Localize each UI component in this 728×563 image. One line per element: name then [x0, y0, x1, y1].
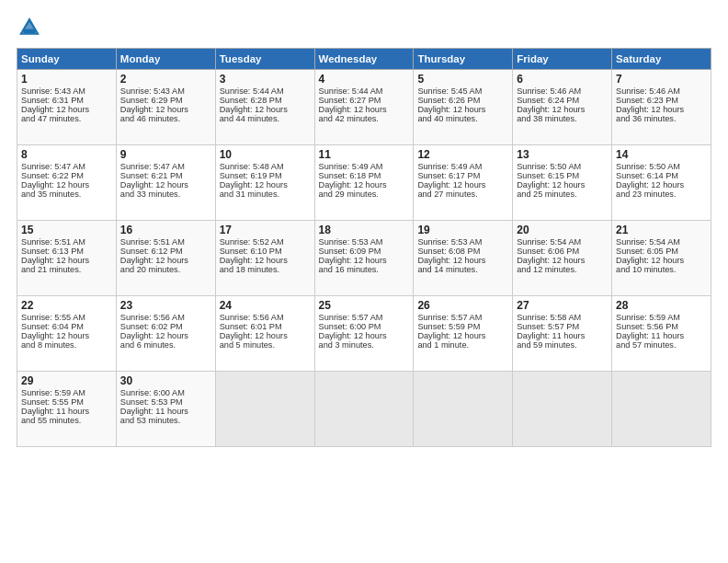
day-info-line: Sunrise: 5:48 AM: [220, 162, 311, 171]
calendar-cell: 30Sunrise: 6:00 AMSunset: 5:53 PMDayligh…: [116, 372, 215, 447]
day-info-line: Sunset: 6:28 PM: [220, 96, 311, 105]
day-info-line: Sunset: 6:17 PM: [417, 171, 508, 180]
day-info-line: Daylight: 12 hours: [616, 180, 707, 190]
day-info-line: Sunrise: 5:49 AM: [417, 162, 508, 171]
day-info-line: and 23 minutes.: [616, 190, 707, 199]
day-number: 21: [616, 224, 707, 236]
day-info-line: and 21 minutes.: [21, 265, 112, 274]
day-info-line: and 10 minutes.: [616, 265, 707, 274]
day-info-line: Daylight: 11 hours: [120, 407, 211, 416]
day-number: 28: [616, 299, 707, 312]
calendar-cell: 3Sunrise: 5:44 AMSunset: 6:28 PMDaylight…: [215, 70, 314, 145]
day-info-line: Sunset: 5:55 PM: [21, 397, 112, 407]
calendar-cell: 2Sunrise: 5:43 AMSunset: 6:29 PMDaylight…: [116, 70, 215, 145]
day-info-line: Sunset: 6:29 PM: [120, 96, 211, 105]
day-info-line: Sunset: 6:18 PM: [319, 171, 410, 180]
day-number: 27: [517, 299, 608, 312]
day-info-line: Sunrise: 5:59 AM: [616, 313, 707, 322]
day-info-line: and 31 minutes.: [220, 190, 311, 199]
svg-rect-2: [24, 29, 35, 34]
calendar-cell: [513, 372, 612, 447]
day-info-line: Daylight: 12 hours: [120, 256, 211, 265]
day-info-line: Sunset: 6:31 PM: [21, 96, 112, 105]
day-info-line: Sunrise: 5:43 AM: [21, 86, 112, 96]
calendar-cell: 14Sunrise: 5:50 AMSunset: 6:14 PMDayligh…: [612, 145, 711, 221]
day-info-line: Daylight: 12 hours: [220, 331, 311, 340]
day-number: 8: [21, 148, 112, 161]
day-header-friday: Friday: [513, 49, 612, 70]
day-info-line: Daylight: 12 hours: [319, 256, 410, 265]
calendar-cell: 19Sunrise: 5:53 AMSunset: 6:08 PMDayligh…: [414, 221, 513, 296]
day-number: 15: [21, 224, 112, 236]
day-header-wednesday: Wednesday: [314, 49, 414, 70]
day-info-line: and 57 minutes.: [616, 340, 707, 350]
day-number: 7: [616, 73, 707, 86]
day-info-line: Daylight: 12 hours: [21, 256, 112, 265]
calendar-cell: 20Sunrise: 5:54 AMSunset: 6:06 PMDayligh…: [513, 221, 612, 296]
day-info-line: Daylight: 12 hours: [417, 256, 508, 265]
calendar-cell: 25Sunrise: 5:57 AMSunset: 6:00 PMDayligh…: [314, 296, 414, 372]
day-info-line: and 12 minutes.: [517, 265, 608, 274]
day-number: 11: [319, 148, 410, 161]
day-info-line: Sunset: 6:13 PM: [21, 247, 112, 256]
calendar-cell: 29Sunrise: 5:59 AMSunset: 5:55 PMDayligh…: [17, 372, 117, 447]
day-info-line: Daylight: 12 hours: [417, 180, 508, 190]
calendar-cell: 10Sunrise: 5:48 AMSunset: 6:19 PMDayligh…: [215, 145, 314, 221]
day-info-line: and 44 minutes.: [220, 114, 311, 123]
day-info-line: Sunrise: 5:47 AM: [120, 162, 211, 171]
day-info-line: and 18 minutes.: [220, 265, 311, 274]
day-info-line: Daylight: 12 hours: [417, 331, 508, 340]
day-header-tuesday: Tuesday: [215, 49, 314, 70]
day-info-line: Sunrise: 5:53 AM: [319, 237, 410, 247]
day-info-line: and 5 minutes.: [220, 340, 311, 350]
day-info-line: Sunrise: 5:56 AM: [120, 313, 211, 322]
day-info-line: Daylight: 12 hours: [417, 105, 508, 114]
calendar-cell: 8Sunrise: 5:47 AMSunset: 6:22 PMDaylight…: [17, 145, 117, 221]
day-number: 6: [517, 73, 608, 86]
day-info-line: Daylight: 12 hours: [21, 105, 112, 114]
day-info-line: and 16 minutes.: [319, 265, 410, 274]
day-info-line: Sunset: 6:00 PM: [319, 322, 410, 331]
day-info-line: and 27 minutes.: [417, 190, 508, 199]
day-info-line: Daylight: 12 hours: [616, 256, 707, 265]
day-number: 17: [220, 224, 311, 236]
day-number: 24: [220, 299, 311, 312]
day-info-line: Sunset: 6:05 PM: [616, 247, 707, 256]
day-info-line: Sunrise: 5:56 AM: [220, 313, 311, 322]
day-info-line: Sunrise: 5:44 AM: [319, 86, 410, 96]
day-info-line: and 53 minutes.: [120, 416, 211, 425]
day-info-line: Sunset: 5:53 PM: [120, 397, 211, 407]
day-number: 23: [120, 299, 211, 312]
day-info-line: Sunset: 5:57 PM: [517, 322, 608, 331]
logo: [17, 15, 46, 40]
day-info-line: and 14 minutes.: [417, 265, 508, 274]
day-info-line: Sunrise: 5:50 AM: [616, 162, 707, 171]
day-info-line: Sunset: 6:12 PM: [120, 247, 211, 256]
calendar-cell: 28Sunrise: 5:59 AMSunset: 5:56 PMDayligh…: [612, 296, 711, 372]
day-info-line: and 20 minutes.: [120, 265, 211, 274]
day-header-monday: Monday: [116, 49, 215, 70]
day-info-line: Sunrise: 5:46 AM: [517, 86, 608, 96]
calendar-cell: 18Sunrise: 5:53 AMSunset: 6:09 PMDayligh…: [314, 221, 414, 296]
day-info-line: and 25 minutes.: [517, 190, 608, 199]
day-number: 19: [417, 224, 508, 236]
day-info-line: Sunset: 6:24 PM: [517, 96, 608, 105]
day-info-line: Daylight: 11 hours: [21, 407, 112, 416]
day-info-line: Daylight: 12 hours: [120, 105, 211, 114]
day-info-line: Daylight: 11 hours: [517, 331, 608, 340]
day-info-line: Sunrise: 5:59 AM: [21, 388, 112, 397]
day-number: 22: [21, 299, 112, 312]
day-info-line: Daylight: 12 hours: [220, 105, 311, 114]
day-info-line: Sunset: 6:19 PM: [220, 171, 311, 180]
day-info-line: and 8 minutes.: [21, 340, 112, 350]
day-number: 29: [21, 374, 112, 387]
day-info-line: and 55 minutes.: [21, 416, 112, 425]
day-info-line: Sunrise: 5:43 AM: [120, 86, 211, 96]
day-number: 26: [417, 299, 508, 312]
day-info-line: and 29 minutes.: [319, 190, 410, 199]
day-header-saturday: Saturday: [612, 49, 711, 70]
day-info-line: Sunset: 6:04 PM: [21, 322, 112, 331]
day-info-line: Daylight: 12 hours: [220, 256, 311, 265]
day-info-line: Sunrise: 5:57 AM: [417, 313, 508, 322]
calendar-cell: 5Sunrise: 5:45 AMSunset: 6:26 PMDaylight…: [414, 70, 513, 145]
